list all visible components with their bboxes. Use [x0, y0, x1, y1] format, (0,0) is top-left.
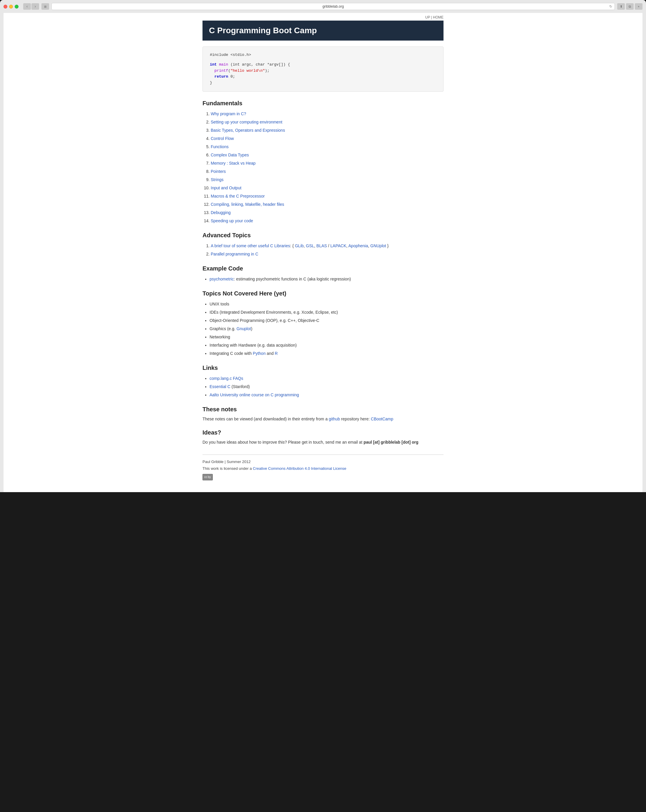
- gnuplot-link-1[interactable]: GNUplot: [370, 243, 386, 248]
- gsl-link[interactable]: GSL: [306, 243, 314, 248]
- list-item: Memory : Stack vs Heap: [211, 159, 443, 167]
- fundamentals-link-5[interactable]: Functions: [211, 144, 229, 149]
- list-item: Strings: [211, 176, 443, 184]
- list-item: psychometric: estimating psychometric fu…: [210, 275, 443, 283]
- fundamentals-link-7[interactable]: Memory : Stack vs Heap: [211, 161, 256, 165]
- fundamentals-link-1[interactable]: Why program in C?: [211, 111, 246, 116]
- sidebar-button[interactable]: ⊞: [41, 3, 49, 10]
- example-code-list: psychometric: estimating psychometric fu…: [210, 275, 443, 283]
- list-item: A brief tour of some other useful C Libr…: [211, 242, 443, 250]
- share-button[interactable]: ⬆: [617, 3, 625, 10]
- psychometric-link[interactable]: psychometric: [210, 277, 234, 281]
- code-int-keyword: int: [210, 62, 216, 67]
- links-heading: Links: [203, 365, 443, 371]
- fundamentals-link-11[interactable]: Macros & the C Preprocessor: [211, 194, 265, 198]
- nav-home-link[interactable]: HOME: [433, 15, 443, 20]
- gnuplot-link-2[interactable]: Gnuplot: [236, 326, 251, 331]
- list-item: Integrating C code with Python and R: [210, 349, 443, 357]
- fundamentals-list: Why program in C? Setting up your comput…: [211, 110, 443, 225]
- list-item: Parallel programming in C: [211, 250, 443, 258]
- footer: Paul Gribble | Summer 2012 This work is …: [203, 458, 443, 480]
- back-button[interactable]: ‹: [23, 3, 31, 10]
- advanced-link-1[interactable]: A brief tour of some other useful C Libr…: [211, 243, 290, 248]
- github-link[interactable]: github: [329, 417, 340, 421]
- glib-link[interactable]: GLib: [295, 243, 303, 248]
- fundamentals-link-4[interactable]: Control Flow: [211, 136, 234, 141]
- reload-button[interactable]: ↻: [608, 5, 613, 9]
- fundamentals-link-12[interactable]: Compiling, linking, Makefile, header fil…: [211, 202, 284, 207]
- list-item: Compiling, linking, Makefile, header fil…: [211, 200, 443, 208]
- list-item: Graphics (e.g. Gnuplot): [210, 325, 443, 333]
- cbootcamp-link[interactable]: CBootCamp: [371, 417, 393, 421]
- code-block: #include <stdio.h> int main (int argc, c…: [203, 46, 443, 92]
- code-line-3: printf("hello world\n");: [210, 68, 436, 74]
- nav-buttons: ‹ ›: [23, 3, 39, 10]
- fundamentals-link-14[interactable]: Speeding up your code: [211, 218, 253, 223]
- traffic-lights: [3, 5, 18, 9]
- code-line-2: int main (int argc, char *argv[]) {: [210, 62, 436, 68]
- ideas-text: Do you have ideas about how to improve t…: [203, 439, 443, 446]
- cc-badge-container: cc by: [203, 473, 443, 480]
- blas-link[interactable]: BLAS: [317, 243, 327, 248]
- address-bar[interactable]: gribblelab.org ↻: [52, 3, 615, 10]
- essentialc-link[interactable]: Essential C: [210, 384, 230, 389]
- code-line-5: }: [210, 80, 436, 86]
- footer-divider: [203, 455, 443, 455]
- links-list: comp.lang.c FAQs Essential C (Stanford) …: [210, 374, 443, 399]
- add-tab-button[interactable]: +: [635, 3, 643, 10]
- browser-toolbar: ‹ › ⊞ gribblelab.org ↻ ⬆ ⧉ +: [3, 3, 643, 13]
- aalto-link[interactable]: Aalto University online course on C prog…: [210, 392, 299, 397]
- fundamentals-link-8[interactable]: Pointers: [211, 169, 226, 174]
- email-bold: paul [at] gribblelab [dot] org: [364, 440, 419, 444]
- apophenia-link[interactable]: Apophenia: [348, 243, 368, 248]
- advanced-list: A brief tour of some other useful C Libr…: [211, 242, 443, 258]
- list-item: Object-Oriented Programming (OOP), e.g. …: [210, 316, 443, 325]
- fundamentals-link-9[interactable]: Strings: [211, 177, 224, 182]
- page-header: C Programming Boot Camp: [203, 21, 443, 41]
- list-item: Why program in C?: [211, 110, 443, 118]
- page-wrapper: UP | HOME C Programming Boot Camp #inclu…: [197, 13, 449, 492]
- python-link[interactable]: Python: [253, 351, 266, 356]
- list-item: Complex Data Types: [211, 151, 443, 159]
- lapack-link[interactable]: LAPACK: [331, 243, 346, 248]
- list-item: Essential C (Stanford): [210, 383, 443, 391]
- these-notes-text: These notes can be viewed (and downloade…: [203, 416, 443, 422]
- ideas-heading: Ideas?: [203, 429, 443, 436]
- code-line-4: return 0;: [210, 74, 436, 80]
- not-covered-list: UNIX tools IDEs (Integrated Development …: [210, 300, 443, 357]
- code-return-keyword: return: [215, 74, 229, 79]
- nav-up-link[interactable]: UP: [425, 15, 430, 20]
- list-item: Control Flow: [211, 134, 443, 143]
- not-covered-heading: Topics Not Covered Here (yet): [203, 290, 443, 297]
- fundamentals-link-10[interactable]: Input and Output: [211, 186, 241, 190]
- code-main-func: main: [219, 62, 228, 67]
- minimize-button[interactable]: [9, 5, 13, 9]
- advanced-link-2[interactable]: Parallel programming in C: [211, 252, 258, 256]
- fundamentals-link-13[interactable]: Debugging: [211, 210, 231, 215]
- list-item: Functions: [211, 143, 443, 151]
- list-item: IDEs (Integrated Development Environment…: [210, 308, 443, 316]
- fundamentals-link-6[interactable]: Complex Data Types: [211, 153, 249, 157]
- include-statement: #include <stdio.h>: [210, 53, 251, 57]
- r-link[interactable]: R: [275, 351, 278, 356]
- forward-button[interactable]: ›: [32, 3, 39, 10]
- close-button[interactable]: [3, 5, 8, 9]
- fundamentals-link-2[interactable]: Setting up your computing environment: [211, 120, 282, 124]
- fundamentals-link-3[interactable]: Basic Types, Operators and Expressions: [211, 128, 285, 133]
- new-tab-button[interactable]: ⧉: [626, 3, 634, 10]
- complangc-link[interactable]: comp.lang.c FAQs: [210, 376, 243, 381]
- license-line: This work is licensed under a Creative C…: [203, 465, 443, 472]
- url-display: gribblelab.org: [322, 5, 344, 9]
- list-item: Interfacing with Hardware (e.g. data acq…: [210, 341, 443, 349]
- license-link[interactable]: Creative Commons Attribution 4.0 Interna…: [253, 466, 346, 471]
- by-label: by: [208, 475, 211, 480]
- browser-actions: ⬆ ⧉ +: [617, 3, 643, 10]
- maximize-button[interactable]: [15, 5, 18, 9]
- code-string-val: "hello world\n": [230, 69, 265, 73]
- page-title: C Programming Boot Camp: [209, 26, 437, 35]
- psychometric-desc: : estimating psychometric functions in C…: [234, 277, 350, 281]
- list-item: Speeding up your code: [211, 217, 443, 225]
- list-item: UNIX tools: [210, 300, 443, 308]
- fundamentals-heading: Fundamentals: [203, 100, 443, 107]
- list-item: Aalto University online course on C prog…: [210, 391, 443, 399]
